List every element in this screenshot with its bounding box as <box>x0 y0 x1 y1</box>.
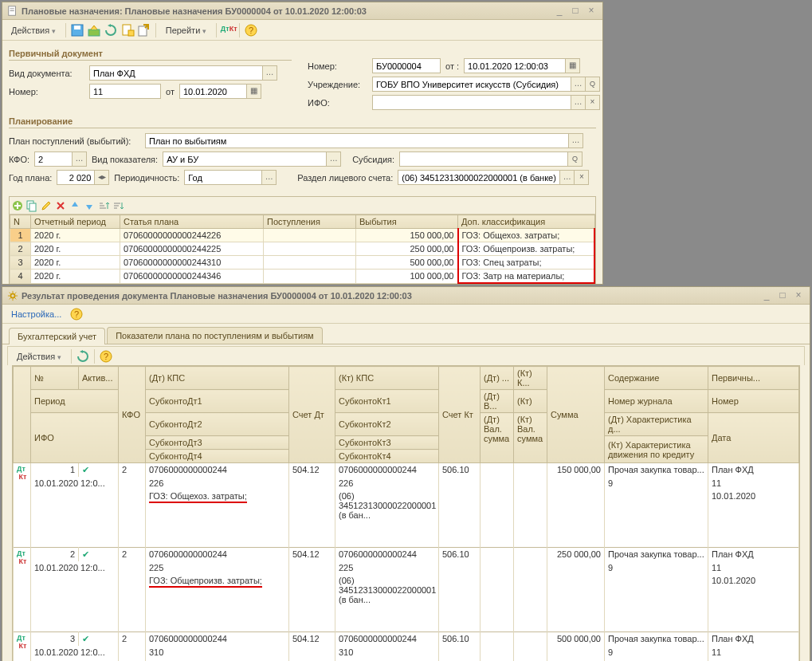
plan-flow-select[interactable]: … <box>569 133 583 148</box>
ls-label: Раздел лицевого счета: <box>297 173 393 183</box>
help-icon[interactable]: ? <box>69 307 84 321</box>
settings-link[interactable]: Настройка... <box>6 307 67 321</box>
doc-type-select[interactable]: … <box>263 65 277 81</box>
year-label: Год плана: <box>9 173 52 183</box>
org-field[interactable] <box>372 77 571 92</box>
tab-accounting[interactable]: Бухгалтерский учет <box>9 328 105 344</box>
main-toolbar: Действия Перейти ДтКт ? <box>2 20 602 41</box>
goto-menu[interactable]: Перейти <box>160 23 212 37</box>
col-out[interactable]: Выбытия <box>356 215 458 229</box>
window-title: Результат проведения документа Плановые … <box>22 291 760 301</box>
minimize-button[interactable]: _ <box>553 6 566 17</box>
period-label: Периодичность: <box>114 173 179 183</box>
ls-clear[interactable]: × <box>575 170 589 185</box>
titlebar: Результат проведения документа Плановые … <box>2 287 810 305</box>
delete-icon[interactable] <box>54 199 67 212</box>
tabs: Бухгалтерский учет Показатели плана по п… <box>2 324 810 344</box>
ls-field[interactable] <box>398 170 560 185</box>
svg-rect-7 <box>128 30 134 36</box>
org-open[interactable]: Q <box>586 77 600 92</box>
ifo-field[interactable] <box>372 95 571 110</box>
minimize-button[interactable]: _ <box>760 290 773 301</box>
sort-desc-icon[interactable] <box>112 199 124 212</box>
doc-type-field[interactable] <box>89 65 263 81</box>
year-field[interactable] <box>57 170 95 185</box>
edit-icon[interactable] <box>40 199 53 212</box>
move-up-icon[interactable] <box>69 199 81 212</box>
dtkt-icon[interactable]: ДтКт <box>221 23 235 37</box>
help-icon[interactable]: ? <box>244 23 258 37</box>
copy-icon[interactable] <box>25 199 38 212</box>
table-row[interactable]: 2 2020 г. 07060000000000244225 250 000,0… <box>10 242 595 256</box>
table-row[interactable]: 1 2020 г. 07060000000000244226 150 000,0… <box>10 229 595 242</box>
col-period[interactable]: Отчетный период <box>31 215 120 229</box>
plan-grid: N Отчетный период Статья плана Поступлен… <box>9 196 596 284</box>
col-code[interactable]: Статья плана <box>120 215 264 229</box>
svg-point-14 <box>10 293 14 297</box>
org-label: Учреждение: <box>308 80 367 89</box>
basis-icon[interactable] <box>137 23 151 37</box>
close-button[interactable]: × <box>585 6 598 17</box>
maximize-button[interactable]: □ <box>569 6 582 17</box>
refresh-icon[interactable] <box>104 23 118 37</box>
save-icon[interactable] <box>70 23 84 37</box>
planning-section: Планирование <box>9 116 596 128</box>
posting-row[interactable]: Дт Кт 2 ✔ 2 0706000000000244 504.12 0706… <box>14 548 799 562</box>
date-field[interactable] <box>464 58 566 73</box>
period-field[interactable] <box>184 170 262 185</box>
refresh-icon[interactable] <box>76 349 90 364</box>
kfo-select[interactable]: … <box>73 151 87 167</box>
col-extra[interactable]: Доп. классификация <box>458 215 595 229</box>
ls-select[interactable]: … <box>560 170 575 185</box>
report-icon[interactable] <box>120 23 135 37</box>
ifo-clear[interactable]: × <box>586 95 600 110</box>
calendar-icon[interactable]: ▦ <box>247 84 261 99</box>
num-label: Номер: <box>308 61 367 71</box>
actions-menu[interactable]: Действия <box>6 23 61 37</box>
subs-field[interactable] <box>399 151 568 167</box>
ifo-select[interactable]: … <box>571 95 586 110</box>
period-select[interactable]: … <box>262 170 277 185</box>
plan-flow-field[interactable] <box>145 133 569 148</box>
dtkt-icon: Дт Кт <box>14 463 31 548</box>
plan-window: Плановые назначения: Плановые назначения… <box>2 2 603 285</box>
maximize-button[interactable]: □ <box>776 290 789 301</box>
grid-toolbar <box>10 197 595 214</box>
posting-row[interactable]: Дт Кт 3 ✔ 2 0706000000000244 504.12 0706… <box>14 632 799 647</box>
year-stepper[interactable]: ◂▸ <box>95 170 109 185</box>
move-down-icon[interactable] <box>83 199 96 212</box>
actions-menu[interactable]: Действия <box>11 349 67 364</box>
close-button[interactable]: × <box>792 290 805 301</box>
svg-rect-13 <box>29 203 36 211</box>
from-label: от <box>166 87 175 96</box>
posting-grid[interactable]: № Актив... КФО (Дт) КПС Счет Дт (Кт) КПС… <box>12 365 800 661</box>
subs-open[interactable]: Q <box>568 151 583 167</box>
ind-select[interactable]: … <box>327 151 341 167</box>
num-field[interactable] <box>372 58 441 73</box>
table-row[interactable]: 3 2020 г. 07060000000000244310 500 000,0… <box>10 256 595 270</box>
primary-doc-section: Первичный документ <box>9 49 292 61</box>
dtkt-icon: Дт Кт <box>14 632 31 662</box>
posting-window: Результат проведения документа Плановые … <box>2 286 810 661</box>
ind-field[interactable] <box>163 151 327 167</box>
add-icon[interactable] <box>11 199 24 212</box>
orig-num-label: Номер: <box>9 87 84 96</box>
post-icon[interactable] <box>87 23 101 37</box>
tab-plan-indicators[interactable]: Показатели плана по поступлениям и выбыт… <box>107 327 323 344</box>
plan-table[interactable]: N Отчетный период Статья плана Поступлен… <box>10 214 595 284</box>
sort-asc-icon[interactable] <box>97 199 110 212</box>
check-icon: ✔ <box>82 549 89 559</box>
settings-toolbar: Настройка... ? <box>2 305 810 324</box>
help-icon[interactable]: ? <box>99 349 113 364</box>
orig-date-field[interactable] <box>179 84 247 99</box>
orig-num-field[interactable] <box>89 84 161 99</box>
from2-label: от : <box>445 61 459 71</box>
col-n[interactable]: N <box>10 215 31 229</box>
calendar-icon[interactable]: ▦ <box>566 58 580 73</box>
table-row[interactable]: 4 2020 г. 07060000000000244346 100 000,0… <box>10 270 595 284</box>
kfo-field[interactable] <box>34 151 73 167</box>
posting-row[interactable]: Дт Кт 1 ✔ 2 0706000000000244 504.12 0706… <box>14 463 799 478</box>
org-select[interactable]: … <box>571 77 586 92</box>
ind-label: Вид показателя: <box>92 155 158 164</box>
col-in[interactable]: Поступления <box>264 215 356 229</box>
